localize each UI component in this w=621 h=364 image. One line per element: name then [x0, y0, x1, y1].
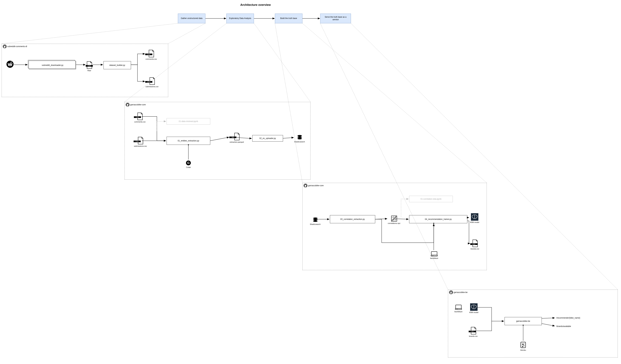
node-correlation-extraction: 03_correlation_extraction.py: [330, 215, 375, 223]
file-comments-csv: CSV comments.csv: [146, 50, 157, 60]
knn-model-icon: KNN model: [470, 213, 480, 223]
node-garrascobike-be: garrascobike-be: [505, 317, 542, 325]
stage-build: Build the truth base: [275, 14, 302, 23]
backblaze-icon: backblaze: [430, 251, 438, 259]
github-icon: [304, 184, 308, 188]
node-subreddit-downloader: subreddit_downloader.py: [29, 61, 76, 69]
file-comments-csv-2: CSV comments.csv: [134, 112, 146, 123]
node-recommendation-trainer: 04_recommendation_trainer.py: [409, 215, 467, 223]
api-recommender: /recommender/{bike_name}: [556, 317, 580, 319]
node-entities-extraction: 01_entities_extraction.py: [167, 137, 210, 145]
file-brands-csv: CSV brands.csv: [471, 240, 479, 250]
group-label: garrascobike-core: [304, 184, 324, 188]
api-brands: /brands/available: [556, 325, 571, 328]
svg-line-36: [302, 23, 487, 183]
node-correlation-eda-notebook: 01-correlation-eda.ipynb: [409, 196, 453, 202]
node-dataset-builder: dataset_builder.py: [104, 61, 131, 69]
repo-name: garrascobike-be: [454, 291, 467, 294]
file-submissions-csv-2: CSV submissions.csv: [134, 137, 147, 147]
github-icon: [3, 45, 7, 48]
group-garrascobike-core-2: garrascobike-core: [302, 183, 487, 270]
github-icon: [126, 103, 130, 107]
stage-eda: Exploratory Data Analysis: [226, 14, 254, 23]
repo-name: garrascobike-core: [308, 184, 324, 187]
group-subreddit-comments-dl: subreddit-comments-dl: [2, 44, 168, 97]
github-icon: [449, 290, 453, 294]
backblaze-icon-2: backblaze: [454, 304, 463, 312]
knn-model-icon-2: KNN model: [469, 303, 479, 313]
file-raw: CSV Raw: [86, 61, 92, 71]
node-es-uploader: 02_es_uploader.py: [252, 135, 283, 141]
heroku-icon: Heroku: [520, 341, 526, 351]
elasticsearch-icon: Elasticsearch: [294, 134, 305, 143]
node-data-mistreat-notebook: 01-data-mistreat.ipynb: [167, 118, 210, 124]
colab-icon: Colab: [186, 160, 191, 168]
file-extraction-parquet: BIN extraction.parquet: [230, 133, 244, 143]
elasticsearch-icon-2: Elasticsearch: [310, 217, 321, 225]
file-correlations-npz: correlations.npz: [388, 215, 400, 224]
stage-gather: Gather unstructured data: [178, 14, 205, 23]
svg-line-34: [254, 23, 310, 102]
file-brands-csv-2: CSV brands.csv: [469, 327, 478, 337]
group-label: subreddit-comments-dl: [3, 45, 27, 48]
repo-name: subreddit-comments-dl: [7, 45, 27, 48]
group-label: garrascobike-core: [126, 103, 146, 107]
file-submissions-csv: CSV submissions.csv: [146, 77, 158, 87]
reddit-icon: [6, 61, 14, 68]
svg-line-32: [168, 23, 205, 44]
stage-serve: Serve the truth base as a service: [320, 14, 351, 23]
group-label: garrascobike-be: [449, 290, 467, 294]
svg-line-31: [2, 23, 178, 44]
repo-name: garrascobike-core: [130, 104, 146, 106]
page-title: Architecture overview: [223, 3, 288, 7]
